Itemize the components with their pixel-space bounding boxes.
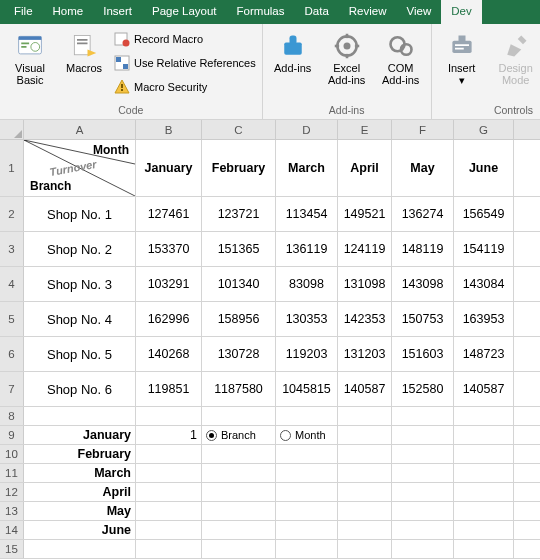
cell[interactable]: 124119 xyxy=(338,232,392,266)
cell[interactable] xyxy=(24,540,136,558)
cell[interactable]: May xyxy=(24,502,136,520)
cell[interactable]: 162996 xyxy=(136,302,202,336)
cell-c9[interactable]: Branch xyxy=(202,426,276,444)
cell[interactable]: 156549 xyxy=(454,197,514,231)
col-header-b[interactable]: B xyxy=(136,120,202,139)
addins-button[interactable]: Add-ins xyxy=(269,28,317,102)
row-header-8[interactable]: 8 xyxy=(0,407,24,425)
cell-b9[interactable]: 1 xyxy=(136,426,202,444)
use-relative-references-button[interactable]: Use Relative References xyxy=(114,52,256,74)
tab-data[interactable]: Data xyxy=(295,0,339,24)
cell[interactable] xyxy=(338,445,392,463)
tab-review[interactable]: Review xyxy=(339,0,397,24)
cell[interactable] xyxy=(136,502,202,520)
cell[interactable]: 149521 xyxy=(338,197,392,231)
col-header-e[interactable]: E xyxy=(338,120,392,139)
tab-formulas[interactable]: Formulas xyxy=(227,0,295,24)
excel-addins-button[interactable]: Excel Add-ins xyxy=(323,28,371,102)
cell[interactable]: Shop No. 4 xyxy=(24,302,136,336)
visual-basic-button[interactable]: Visual Basic xyxy=(6,28,54,102)
cell[interactable]: 130728 xyxy=(202,337,276,371)
cell[interactable] xyxy=(202,540,276,558)
cell[interactable] xyxy=(338,540,392,558)
cell[interactable] xyxy=(454,445,514,463)
col-header-d[interactable]: D xyxy=(276,120,338,139)
cell[interactable] xyxy=(454,521,514,539)
cell[interactable] xyxy=(338,521,392,539)
cell[interactable]: February xyxy=(24,445,136,463)
row-header-10[interactable]: 10 xyxy=(0,445,24,463)
tab-view[interactable]: View xyxy=(397,0,442,24)
row-header-2[interactable]: 2 xyxy=(0,197,24,231)
cell-e1[interactable]: April xyxy=(338,140,392,196)
cell[interactable] xyxy=(276,521,338,539)
cell[interactable] xyxy=(454,407,514,425)
tab-developer[interactable]: Dev xyxy=(441,0,481,24)
cell[interactable] xyxy=(392,445,454,463)
cell[interactable] xyxy=(392,407,454,425)
cell[interactable] xyxy=(276,540,338,558)
row-header-7[interactable]: 7 xyxy=(0,372,24,406)
cell[interactable]: Shop No. 6 xyxy=(24,372,136,406)
cell[interactable] xyxy=(338,483,392,501)
cell[interactable]: 101340 xyxy=(202,267,276,301)
cell[interactable]: 1045815 xyxy=(276,372,338,406)
cell[interactable]: 142353 xyxy=(338,302,392,336)
cell[interactable]: 152580 xyxy=(392,372,454,406)
cell[interactable]: Shop No. 1 xyxy=(24,197,136,231)
col-header-a[interactable]: A xyxy=(24,120,136,139)
cell[interactable] xyxy=(136,483,202,501)
cell[interactable] xyxy=(136,521,202,539)
cell[interactable] xyxy=(392,540,454,558)
cell[interactable]: 143084 xyxy=(454,267,514,301)
cell[interactable] xyxy=(202,445,276,463)
cell[interactable]: 83098 xyxy=(276,267,338,301)
cell[interactable] xyxy=(338,502,392,520)
cell[interactable]: 103291 xyxy=(136,267,202,301)
tab-insert[interactable]: Insert xyxy=(93,0,142,24)
row-header-1[interactable]: 1 xyxy=(0,140,24,196)
cell[interactable]: Shop No. 3 xyxy=(24,267,136,301)
cell[interactable] xyxy=(136,445,202,463)
cell[interactable]: 123721 xyxy=(202,197,276,231)
cell[interactable]: 136119 xyxy=(276,232,338,266)
cell[interactable] xyxy=(202,464,276,482)
select-all-corner[interactable] xyxy=(0,120,24,139)
radio-branch[interactable]: Branch xyxy=(206,429,256,441)
cell[interactable] xyxy=(338,407,392,425)
cell[interactable]: 150753 xyxy=(392,302,454,336)
cell[interactable] xyxy=(276,407,338,425)
cell[interactable] xyxy=(338,426,392,444)
cell-c1[interactable]: February xyxy=(202,140,276,196)
cell-d1[interactable]: March xyxy=(276,140,338,196)
row-header-4[interactable]: 4 xyxy=(0,267,24,301)
cell[interactable] xyxy=(454,502,514,520)
macro-security-button[interactable]: Macro Security xyxy=(114,76,256,98)
cell[interactable] xyxy=(24,407,136,425)
cell[interactable] xyxy=(454,464,514,482)
cell[interactable]: 131098 xyxy=(338,267,392,301)
row-header-5[interactable]: 5 xyxy=(0,302,24,336)
cell[interactable] xyxy=(202,521,276,539)
col-header-g[interactable]: G xyxy=(454,120,514,139)
cell[interactable]: 119203 xyxy=(276,337,338,371)
com-addins-button[interactable]: COM Add-ins xyxy=(377,28,425,102)
insert-control-button[interactable]: Insert▾ xyxy=(438,28,486,102)
cell[interactable]: 143098 xyxy=(392,267,454,301)
cell[interactable]: 140268 xyxy=(136,337,202,371)
cell[interactable] xyxy=(202,483,276,501)
cell[interactable]: June xyxy=(24,521,136,539)
cell[interactable]: 131203 xyxy=(338,337,392,371)
cell-g1[interactable]: June xyxy=(454,140,514,196)
cell[interactable]: 130353 xyxy=(276,302,338,336)
cell[interactable]: 151365 xyxy=(202,232,276,266)
cell[interactable]: 151603 xyxy=(392,337,454,371)
row-header-3[interactable]: 3 xyxy=(0,232,24,266)
row-header-11[interactable]: 11 xyxy=(0,464,24,482)
cell-d9[interactable]: Month xyxy=(276,426,338,444)
cell[interactable]: 136274 xyxy=(392,197,454,231)
cell[interactable] xyxy=(392,483,454,501)
col-header-c[interactable]: C xyxy=(202,120,276,139)
cell[interactable]: Shop No. 2 xyxy=(24,232,136,266)
cell[interactable] xyxy=(276,464,338,482)
